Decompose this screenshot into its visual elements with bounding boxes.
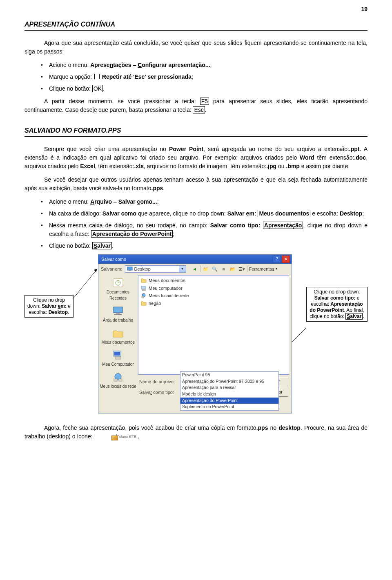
svg-rect-5 [129,270,131,271]
list-item[interactable]: negão [141,300,286,307]
type-option[interactable]: PowerPoint 95 [180,372,278,378]
svg-rect-20 [142,289,145,291]
file-list[interactable]: Meus documentos Meu computador Meus loca… [138,275,289,375]
recent-docs-icon [111,277,125,289]
section2-para1: Sempre que você criar uma apresentação n… [24,145,368,171]
arrow-to-savein [73,267,101,303]
up-folder-icon[interactable]: 📁 [202,265,209,273]
apresentacao-box: Apresentação [263,222,303,229]
filename-label: Nome do arquivo: [139,378,177,385]
svg-line-0 [73,269,97,299]
save-in-label: Salvar em: [101,266,122,273]
folder-icon [141,278,147,283]
computer-icon [141,285,147,291]
desktop-icon [127,266,133,272]
type-option[interactable]: Apresentação para a revisar [180,384,278,391]
dialog-titlebar: Salvar como ? × [98,255,292,264]
chevron-down-icon[interactable]: ▼ [179,266,186,272]
svg-rect-12 [114,314,122,315]
svg-rect-18 [119,379,122,381]
mydocs-place-icon [111,327,125,339]
type-option[interactable]: Modelo de design [180,391,278,398]
place-network[interactable]: Meus locais de rede [99,370,137,391]
pps-file-icon: Fulano ETB [96,434,136,440]
ok-box: OK [92,85,103,92]
heading-save-pps: SALVANDO NO FORMATO.PPS [24,126,368,137]
back-icon[interactable]: ◄ [191,265,198,273]
svg-rect-19 [141,286,145,289]
step-click-save: Clique no botão: Salvar. [49,242,368,250]
views-icon[interactable]: ☰▾ [238,265,245,273]
svg-marker-1 [94,269,97,272]
tools-menu[interactable]: Ferramentas▾ [249,265,277,273]
desktop-place-icon [111,305,125,317]
svg-rect-22 [142,296,144,298]
callout-savetype: Clique no drop down: Salvar como tipo: e… [306,287,368,322]
step-click-ok: Clique no botão: OK. [49,84,368,93]
step-menu-configure: Acione o menu: Apresentações – Configura… [49,61,368,69]
page-number: 19 [361,5,368,13]
section2-steps: Acione o menu: Arquivo – Salvar como...;… [24,198,368,250]
icon-caption: Fulano ETB [117,435,136,439]
section1-steps: Acione o menu: Apresentações – Configura… [24,61,368,93]
svg-rect-17 [114,379,117,381]
list-item[interactable]: Meu computador [141,284,286,292]
section1-intro: Agora que sua apresentação está concluíd… [24,39,368,56]
svg-rect-14 [114,352,120,356]
computer-place-icon [111,349,125,361]
help-button[interactable]: ? [273,256,281,263]
mydocs-box: Meus documentos [258,210,310,217]
f5-key: F5 [200,98,209,105]
saveas-figure: Clique no drop down: Salvar em: e escolh… [24,254,368,416]
heading-continuous-presentation: APRESENTAÇÃO CONTÍNUA [24,20,368,31]
type-label: Salvar como tipo: [139,389,177,396]
list-item[interactable]: Meus locais de rede [141,292,286,300]
dialog-toolbar: Salvar em: Desktop ▼ ◄ 📁 🔍 ✕ 📂 ☰▾ [98,264,292,274]
new-folder-icon[interactable]: 📂 [229,265,236,273]
type-dropdown-list[interactable]: PowerPoint 95 Apresentação do PowerPoint… [180,371,279,411]
section2-closing: Agora, feche sua apresentação, pois você… [24,424,368,441]
toolbar-icons: ◄ 📁 🔍 ✕ 📂 ☰▾ Ferramentas▾ [191,265,277,273]
place-recent[interactable]: Documentos Recentes [99,276,137,303]
apresentacao-ppt-box: Apresentação do PowerPoint [91,230,173,238]
svg-rect-4 [127,267,132,270]
esc-key: Esc [193,106,205,113]
type-option-selected[interactable]: Apresentação do PowerPoint [180,398,278,404]
place-mydocs[interactable]: Meus documentos [99,326,137,347]
network-icon [141,293,147,298]
section1-closing: A partir desse momento, se você pression… [24,97,368,114]
list-item[interactable]: Meus documentos [141,277,286,284]
step-check-repeat: Marque a opção: Repetir até 'Esc' ser pr… [49,73,368,81]
place-desktop[interactable]: Área de trabalho [99,304,137,325]
type-option[interactable]: Apresentação do PowerPoint 97-2003 e 95 [180,378,278,385]
places-bar: Documentos Recentes Área de trabalho Meu… [98,274,138,376]
save-in-value: Desktop [134,266,151,273]
salvar-box: Salvar [92,242,112,249]
svg-rect-10 [114,307,122,313]
place-mycomputer[interactable]: Meu Computador [99,348,137,369]
section2-para2: Se você desejar que outros usuários apen… [24,176,368,193]
folder-icon [141,300,147,306]
close-button[interactable]: × [282,256,290,263]
svg-rect-15 [115,357,121,359]
save-as-dialog: Salvar como ? × Salvar em: Desktop ▼ ◄ 📁… [98,254,292,413]
save-in-combo[interactable]: Desktop ▼ [125,265,186,273]
delete-icon[interactable]: ✕ [220,265,227,273]
step-choose-type: Nessa mesma caixa de diálogo, no seu rod… [49,221,368,238]
dialog-title: Salvar como [100,256,272,263]
callout-savein: Clique no drop down: Salvar em: e escolh… [24,295,74,318]
checkbox-icon [94,74,100,79]
svg-rect-11 [116,313,120,314]
step-choose-location: Na caixa de diálogo: Salvar como que apa… [49,209,368,218]
step-menu-saveas: Acione o menu: Arquivo – Salvar como...; [49,198,368,206]
search-icon[interactable]: 🔍 [211,265,218,273]
network-place-icon [111,371,125,383]
type-option[interactable]: Suplemento do PowerPoint [180,404,278,410]
